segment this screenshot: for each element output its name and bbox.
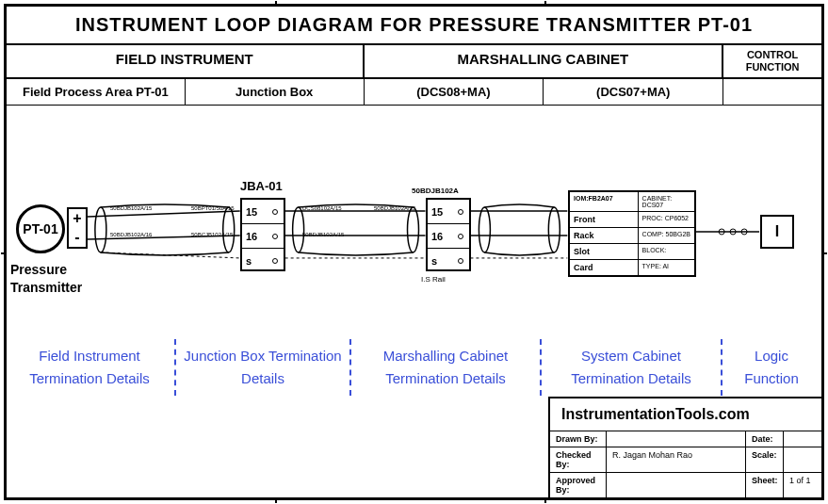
frame-tick-top2 <box>544 1 546 7</box>
wire-label-3: 50BPT01/50A/15 <box>191 205 235 211</box>
tb-row-approved: Approved By: Sheet: 1 of 1 <box>550 473 821 497</box>
jb-terminal-s: s <box>242 249 284 273</box>
subheader-empty <box>723 79 821 105</box>
sys-row-1: FrontPROC: CP6052 <box>570 212 694 228</box>
frame-tick-top1 <box>275 1 277 7</box>
subheader-dcs08: (DCS08+MA) <box>365 79 544 105</box>
terminal-minus: - <box>69 228 86 247</box>
wire-label-4: 50BCJB102A/15 <box>191 232 233 237</box>
drawing-frame: INSTRUMENT LOOP DIAGRAM FOR PRESSURE TRA… <box>4 4 824 500</box>
header-marshalling: MARSHALLING CABINET <box>365 45 724 77</box>
wire-label-2: 50BDJB102A/16 <box>110 232 152 237</box>
mc-terminal-s: s <box>428 249 469 273</box>
transmitter-symbol: PT-01 <box>16 204 65 253</box>
system-cabinet: IOM:FB2A07CABINET: DCS07 FrontPROC: CP60… <box>568 190 696 277</box>
frame-tick-right <box>821 252 827 254</box>
jb-terminal-15: 15 <box>242 200 284 224</box>
wire-label-1: 50BDJB102A/15 <box>110 205 152 211</box>
wire-label-5: DCS08102A/15 <box>302 205 342 211</box>
label-marshalling-term: Marshalling Cabinet Termination Details <box>353 339 538 396</box>
label-system-term: System Cabinet Termination Details <box>544 339 719 396</box>
tb-row-drawn: Drawn By: Date: <box>550 431 821 447</box>
logic-function-symbol: I <box>760 215 794 249</box>
wire-label-7: 50BDJB102A/15 <box>374 205 415 211</box>
svg-point-0 <box>95 207 106 252</box>
svg-point-5 <box>548 207 560 252</box>
wire-label-6: 50BDJB102A/15 <box>302 232 344 237</box>
sys-row-3: SlotBLOCK: <box>570 244 694 260</box>
svg-point-1 <box>223 207 235 252</box>
wiring-svg <box>7 106 821 332</box>
mc-terminal-16: 16 <box>428 224 469 249</box>
svg-point-2 <box>293 207 304 252</box>
marshalling-box: 15 16 s <box>426 198 471 271</box>
sep-4 <box>721 339 722 396</box>
svg-point-4 <box>479 207 490 252</box>
label-logic: Logic Function <box>724 339 819 396</box>
subheader-row: Field Process Area PT-01 Junction Box (D… <box>7 79 821 106</box>
sep-1 <box>174 339 176 396</box>
label-junction-term: Junction Box Termination Details <box>178 339 348 396</box>
diagram-area: 50BDJB102A/15 50BDJB102A/16 50BPT01/50A/… <box>7 106 821 332</box>
marshalling-sub: I.S Rail <box>421 275 446 284</box>
transmitter-label: Pressure Transmitter <box>10 261 82 295</box>
marshalling-box-label: 50BDJB102A <box>412 187 459 195</box>
svg-line-6 <box>88 211 240 217</box>
terminal-pm: + - <box>67 207 88 249</box>
sys-row-2: RackCOMP: 50BG2B <box>570 228 694 244</box>
jb-terminal-16: 16 <box>242 224 284 249</box>
frame-tick-bot1 <box>275 497 277 503</box>
subheader-field-area: Field Process Area PT-01 <box>7 79 186 105</box>
title-block-site: InstrumentationTools.com <box>550 398 821 431</box>
subheader-dcs07: (DCS07+MA) <box>544 79 723 105</box>
sep-3 <box>540 339 542 396</box>
label-field-term: Field Instrument Termination Details <box>7 339 172 396</box>
mc-terminal-15: 15 <box>428 200 469 224</box>
svg-point-3 <box>408 207 419 252</box>
header-control: CONTROL FUNCTION <box>723 45 821 77</box>
sys-row-0: IOM:FB2A07CABINET: DCS07 <box>570 192 694 212</box>
junction-box: 15 16 s <box>240 198 285 271</box>
tb-row-checked: Checked By: R. Jagan Mohan Rao Scale: <box>550 447 821 473</box>
title-block: InstrumentationTools.com Drawn By: Date:… <box>548 397 821 497</box>
sys-row-4: CardTYPE: AI <box>570 260 694 275</box>
transmitter-tag: PT-01 <box>23 221 57 236</box>
junction-box-label: JBA-01 <box>240 179 283 193</box>
terminal-plus: + <box>69 209 86 228</box>
diagram-title: INSTRUMENT LOOP DIAGRAM FOR PRESSURE TRA… <box>7 7 821 45</box>
sep-2 <box>349 339 351 396</box>
header-field: FIELD INSTRUMENT <box>7 45 365 77</box>
frame-tick-bot2 <box>544 497 546 503</box>
subheader-junction: Junction Box <box>186 79 365 105</box>
header-row: FIELD INSTRUMENT MARSHALLING CABINET CON… <box>7 45 821 79</box>
